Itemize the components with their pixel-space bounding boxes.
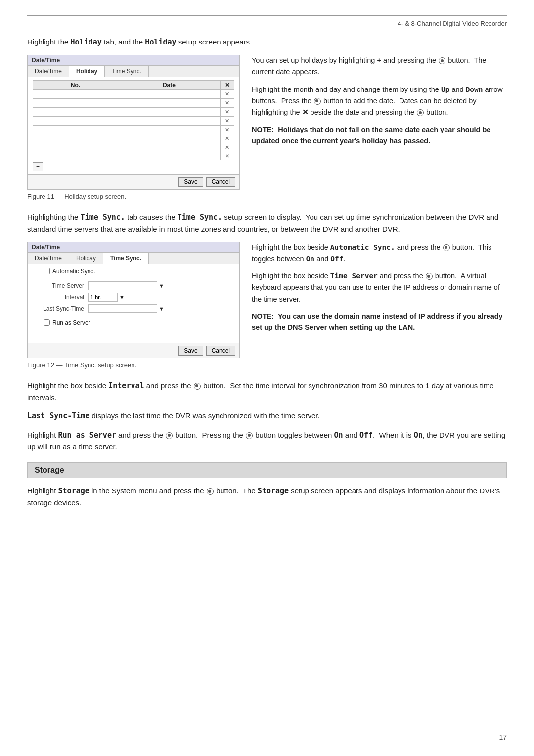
- holiday-note-2: Highlight the month and day and change t…: [252, 84, 507, 119]
- time-server-input[interactable]: [88, 281, 157, 290]
- holiday-row: ✕: [33, 152, 234, 160]
- interval-row: Interval ▼: [34, 293, 233, 302]
- auto-sync-checkbox[interactable]: [44, 268, 50, 274]
- timesync-section: Date/Time Date/Time Holiday Time Sync. A…: [27, 242, 507, 375]
- col-date: Date: [118, 81, 220, 90]
- timesync-save-button[interactable]: Save: [178, 346, 203, 356]
- holiday-note-1: You can set up holidays by highlighting …: [252, 55, 507, 78]
- holiday-cancel-button[interactable]: Cancel: [206, 177, 235, 187]
- holiday-row: ✕: [33, 126, 234, 134]
- last-sync-input[interactable]: [88, 304, 157, 313]
- timesync-bold-note: NOTE: You can use the domain name instea…: [252, 311, 507, 333]
- last-sync-paragraph: Last Sync-Time displays the last time th…: [27, 410, 507, 422]
- run-server-label: Run as Server: [52, 319, 90, 326]
- timesync-intro: Highlighting the Time Sync. tab causes t…: [27, 211, 507, 235]
- storage-paragraph: Highlight Storage in the System menu and…: [27, 485, 507, 509]
- enter-icon-4: [443, 244, 450, 251]
- tab-holiday[interactable]: Holiday: [69, 66, 105, 77]
- holiday-row: ✕: [33, 99, 234, 108]
- storage-heading: Storage: [27, 462, 507, 478]
- holiday-bold-note: NOTE: Holidays that do not fall on the s…: [252, 124, 507, 146]
- holiday-save-button[interactable]: Save: [178, 177, 203, 187]
- ts-tab-datetime[interactable]: Date/Time: [28, 253, 69, 264]
- time-server-row: Time Server ▼: [34, 281, 233, 290]
- enter-icon-8: [246, 432, 253, 439]
- holiday-row: ✕: [33, 108, 234, 117]
- holiday-row: ✕: [33, 143, 234, 152]
- holiday-table: No. Date ✕ ✕ ✕ ✕ ✕ ✕ ✕ ✕: [33, 80, 234, 160]
- enter-icon-3: [417, 109, 424, 116]
- timesync-form: Automatic Sync. Time Server ▼ Interval ▼: [28, 264, 239, 343]
- page-number: 17: [499, 733, 507, 741]
- ts-tab-holiday[interactable]: Holiday: [69, 253, 103, 264]
- timesync-screen-col: Date/Time Date/Time Holiday Time Sync. A…: [27, 242, 240, 375]
- figure12-caption: Figure 12 — Time Sync. setup screen.: [27, 361, 240, 369]
- enter-icon-1: [439, 57, 445, 64]
- timesync-note-2: Highlight the box beside Time Server and…: [252, 270, 507, 305]
- run-server-checkbox[interactable]: [44, 319, 50, 326]
- timesync-right-col: Highlight the box beside Automatic Sync.…: [252, 242, 507, 375]
- holiday-table-wrap: No. Date ✕ ✕ ✕ ✕ ✕ ✕ ✕ ✕: [28, 77, 239, 174]
- holiday-row: ✕: [33, 90, 234, 99]
- col-no: No.: [33, 81, 118, 90]
- auto-sync-row: Automatic Sync.: [44, 268, 233, 275]
- ts-tab-timesync[interactable]: Time Sync.: [103, 253, 149, 264]
- header-divider: [27, 15, 507, 16]
- timesync-screenshot: Date/Time Date/Time Holiday Time Sync. A…: [27, 242, 240, 358]
- last-sync-row: Last Sync-Time ▼: [34, 304, 233, 313]
- enter-icon-6: [194, 383, 201, 390]
- holiday-screen-title: Date/Time: [28, 55, 239, 66]
- enter-icon-7: [166, 432, 173, 439]
- add-holiday-button[interactable]: +: [33, 162, 43, 171]
- holiday-section: Date/Time Date/Time Holiday Time Sync. N…: [27, 55, 507, 206]
- col-delete: ✕: [221, 81, 234, 90]
- last-sync-label: Last Sync-Time: [34, 305, 88, 312]
- enter-icon-2: [314, 98, 321, 105]
- enter-icon-9: [207, 488, 214, 495]
- holiday-row: ✕: [33, 134, 234, 143]
- tab-timesync[interactable]: Time Sync.: [105, 66, 149, 77]
- time-server-label: Time Server: [34, 282, 88, 289]
- interval-input[interactable]: [88, 293, 118, 302]
- timesync-tabs: Date/Time Holiday Time Sync.: [28, 253, 239, 264]
- run-server-paragraph: Highlight Run as Server and press the bu…: [27, 429, 507, 453]
- timesync-screen-footer: Save Cancel: [28, 343, 239, 358]
- holiday-row: ✕: [33, 117, 234, 126]
- holiday-right-col: You can set up holidays by highlighting …: [252, 55, 507, 206]
- page-header-title: 4- & 8-Channel Digital Video Recorder: [27, 20, 507, 27]
- interval-paragraph: Highlight the box beside Interval and pr…: [27, 380, 507, 403]
- interval-label: Interval: [34, 294, 88, 301]
- auto-sync-label: Automatic Sync.: [52, 268, 95, 275]
- holiday-screenshot: Date/Time Date/Time Holiday Time Sync. N…: [27, 55, 240, 190]
- run-server-row: Run as Server: [44, 319, 233, 326]
- timesync-cancel-button[interactable]: Cancel: [206, 346, 235, 356]
- figure11-caption: Figure 11 — Holiday setup screen.: [27, 193, 240, 200]
- timesync-note-1: Highlight the box beside Automatic Sync.…: [252, 242, 507, 265]
- timesync-screen-title: Date/Time: [28, 242, 239, 253]
- holiday-tabs: Date/Time Holiday Time Sync.: [28, 66, 239, 77]
- holiday-screen-footer: Save Cancel: [28, 174, 239, 189]
- holiday-screen-col: Date/Time Date/Time Holiday Time Sync. N…: [27, 55, 240, 206]
- intro-paragraph: Highlight the Holiday tab, and the Holid…: [27, 36, 507, 48]
- tab-datetime[interactable]: Date/Time: [28, 66, 69, 77]
- enter-icon-5: [426, 273, 433, 280]
